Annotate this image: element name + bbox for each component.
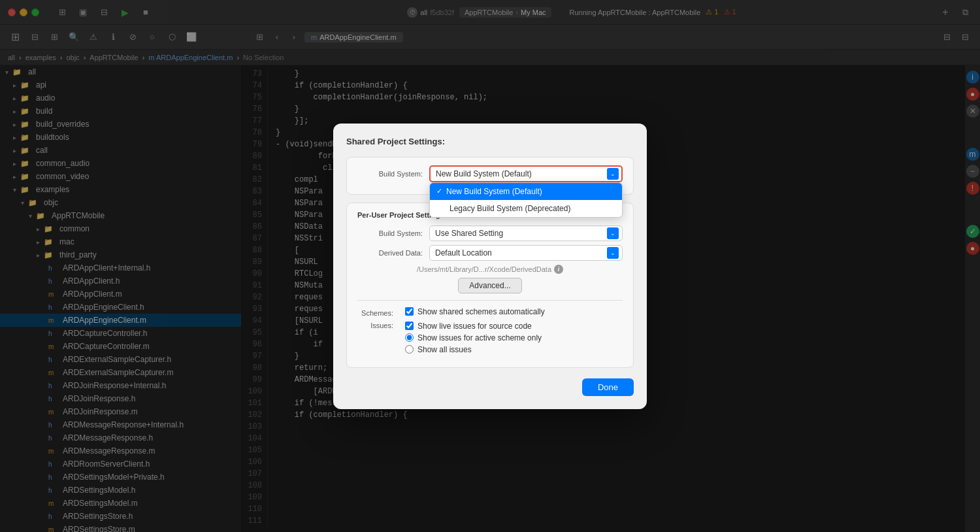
issues-active-row[interactable]: Show issues for active scheme only xyxy=(400,333,542,342)
schemes-section: Schemes: Show shared schemes automatical… xyxy=(357,307,623,357)
build-system-dropdown-per-user[interactable]: Use Shared Setting ⌄ xyxy=(429,225,623,241)
schemes-checkbox-row[interactable]: Show shared schemes automatically xyxy=(400,307,545,316)
build-system-row-shared: Build System: New Build System (Default)… xyxy=(357,165,623,182)
issues-all-radio[interactable] xyxy=(405,345,414,354)
advanced-button[interactable]: Advanced... xyxy=(458,278,521,293)
derived-data-select[interactable]: Default Location xyxy=(429,245,623,261)
info-circle-icon: i xyxy=(554,265,563,274)
modal-overlay: Shared Project Settings: Build System: N… xyxy=(0,0,980,532)
issues-active-label: Show issues for active scheme only xyxy=(417,333,542,342)
dropdown-item-new[interactable]: ✓ New Build System (Default) xyxy=(430,183,622,200)
modal-title: Shared Project Settings: xyxy=(346,137,634,146)
settings-modal: Shared Project Settings: Build System: N… xyxy=(333,124,647,409)
issues-label: Issues: xyxy=(357,322,400,357)
dropdown-item-legacy-label: Legacy Build System (Deprecated) xyxy=(449,204,570,213)
done-button[interactable]: Done xyxy=(582,378,634,396)
derived-data-dropdown[interactable]: Default Location ⌄ xyxy=(429,245,623,261)
check-icon: ✓ xyxy=(436,187,442,195)
per-user-section: Per-User Project Settings: Build System:… xyxy=(346,203,634,368)
divider1 xyxy=(357,300,623,301)
issues-checkboxes: Show live issues for source code Show is… xyxy=(400,322,542,357)
advanced-btn-container: Advanced... xyxy=(357,278,623,293)
build-system-label-shared: Build System: xyxy=(357,170,429,178)
issues-group: Issues: Show live issues for source code… xyxy=(357,322,623,357)
issues-all-row[interactable]: Show all issues xyxy=(400,345,542,354)
issues-active-radio[interactable] xyxy=(405,333,414,342)
modal-footer: Done xyxy=(346,378,634,396)
build-system-label-per-user: Build System: xyxy=(357,229,429,237)
build-system-dropdown-shared[interactable]: New Build System (Default) Legacy Build … xyxy=(429,165,623,182)
schemes-checkbox-label: Show shared schemes automatically xyxy=(417,307,545,316)
issues-all-label: Show all issues xyxy=(417,345,472,354)
issues-live-row[interactable]: Show live issues for source code xyxy=(400,322,542,331)
schemes-row: Schemes: Show shared schemes automatical… xyxy=(357,307,623,319)
build-system-select-per-user[interactable]: Use Shared Setting xyxy=(429,225,623,241)
build-system-select[interactable]: New Build System (Default) Legacy Build … xyxy=(429,165,623,182)
shared-settings-section: Build System: New Build System (Default)… xyxy=(346,157,634,195)
derived-data-row: Derived Data: Default Location ⌄ xyxy=(357,245,623,261)
dropdown-item-legacy[interactable]: Legacy Build System (Deprecated) xyxy=(430,200,622,217)
dropdown-item-new-label: New Build System (Default) xyxy=(446,187,542,196)
schemes-label: Schemes: xyxy=(357,309,400,317)
issues-live-checkbox[interactable] xyxy=(405,322,414,330)
path-text-value: /Users/mt/Library/D...r/Xcode/DerivedDat… xyxy=(417,265,551,273)
issues-live-label: Show live issues for source code xyxy=(417,322,532,331)
dropdown-popup[interactable]: ✓ New Build System (Default) Legacy Buil… xyxy=(429,182,623,218)
build-system-row-per-user: Build System: Use Shared Setting ⌄ xyxy=(357,225,623,241)
derived-data-path: /Users/mt/Library/D...r/Xcode/DerivedDat… xyxy=(357,265,623,274)
derived-data-label: Derived Data: xyxy=(357,249,429,257)
schemes-checkbox[interactable] xyxy=(405,307,414,316)
